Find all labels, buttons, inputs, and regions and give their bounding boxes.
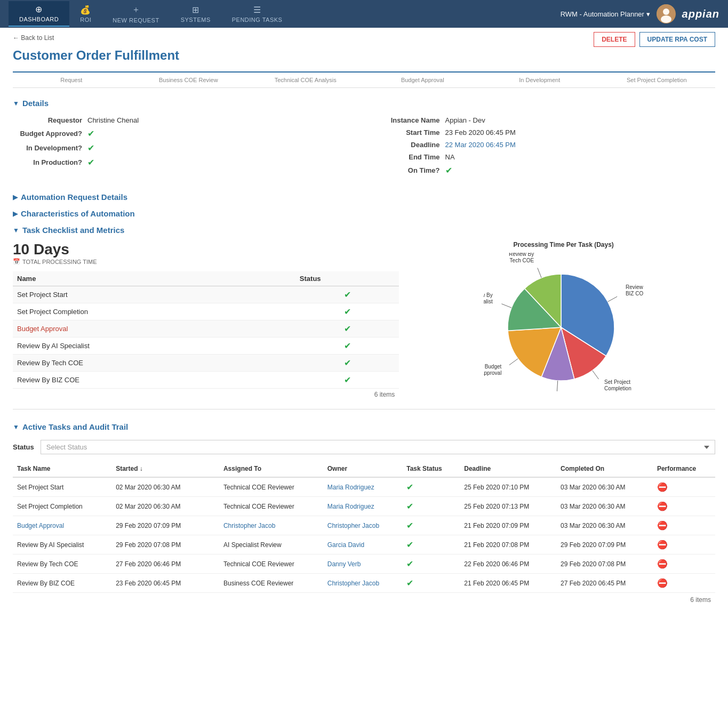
audit-completed: 29 Feb 2020 07:09 PM xyxy=(556,535,653,555)
update-rpa-cost-button[interactable]: UPDATE RPA COST xyxy=(639,32,715,47)
audit-deadline: 21 Feb 2020 07:09 PM xyxy=(460,516,556,535)
audit-owner[interactable]: Maria Rodriguez xyxy=(323,477,403,497)
audit-owner[interactable]: Danny Verb xyxy=(323,555,403,574)
step-tech-coe: Technical COE Analysis xyxy=(247,77,364,83)
page-title: Customer Order Fulfillment xyxy=(13,48,715,63)
nav-new-request-label: NEW REQUEST xyxy=(113,17,159,23)
pie-line-5 xyxy=(537,268,541,278)
detail-end-time: End Time NA xyxy=(371,153,716,161)
pie-chart: Review ByBIZ COESet ProjectCompletionSet… xyxy=(484,253,644,391)
details-arrow-icon: ▼ xyxy=(13,100,19,107)
task-row-name: Review By Tech COE xyxy=(13,355,295,372)
step-request: Request xyxy=(13,77,130,83)
avatar[interactable] xyxy=(657,4,676,23)
page-content: ← Back to List DELETE UPDATE RPA COST Cu… xyxy=(0,28,728,715)
audit-completed: 03 Mar 2020 06:30 AM xyxy=(556,516,653,535)
task-section: 10 Days 📅 TOTAL PROCESSING TIME Name Sta… xyxy=(13,241,715,400)
task-row-status: ✔ xyxy=(295,320,399,338)
audit-items-count: 6 items xyxy=(13,593,715,607)
audit-completed: 27 Feb 2020 06:45 PM xyxy=(556,574,653,593)
audit-owner[interactable]: Garcia David xyxy=(323,535,403,555)
audit-deadline: 25 Feb 2020 07:10 PM xyxy=(460,477,556,497)
pending-tasks-icon: ☰ xyxy=(253,5,261,15)
col-started[interactable]: Started ↓ xyxy=(111,461,208,477)
col-assigned-to: Assigned To xyxy=(219,461,323,477)
new-request-icon: ＋ xyxy=(132,4,141,15)
task-row: Review By BIZ COE✔ xyxy=(13,372,399,389)
audit-table: Task Name Started ↓ Assigned To Owner Ta… xyxy=(13,461,715,593)
audit-performance: ⛔ xyxy=(653,477,715,497)
detail-requestor: Requestor Christine Chenal xyxy=(13,116,358,124)
task-row-name: Budget Approval xyxy=(13,320,295,338)
nav-pending-tasks[interactable]: ☰ PENDING TASKS xyxy=(221,2,293,26)
svg-point-1 xyxy=(663,9,669,15)
nav-systems[interactable]: ⊞ SYSTEMS xyxy=(170,2,221,26)
task-row-status: ✔ xyxy=(295,372,399,389)
pie-label-4: Review ByAI Specialist xyxy=(484,292,493,304)
automation-arrow-icon: ▶ xyxy=(13,194,18,201)
delete-button[interactable]: DELETE xyxy=(594,32,635,47)
audit-started: 23 Feb 2020 06:45 PM xyxy=(111,574,208,593)
audit-row: Review By AI Specialist29 Feb 2020 07:08… xyxy=(13,535,715,555)
budget-approved-check: ✔ xyxy=(87,128,94,139)
audit-owner[interactable]: Christopher Jacob xyxy=(323,516,403,535)
characteristics-header[interactable]: ▶ Characteristics of Automation xyxy=(13,207,715,220)
audit-task-name: Review By BIZ COE xyxy=(13,574,111,593)
audit-deadline: 21 Feb 2020 06:45 PM xyxy=(460,574,556,593)
audit-assigned-to: Business COE Reviewer xyxy=(219,574,323,593)
top-navigation: ⊕ DASHBOARD 💰 ROI ＋ NEW REQUEST ⊞ SYSTEM… xyxy=(0,0,728,28)
audit-performance: ⛔ xyxy=(653,516,715,535)
audit-task-name: Review By AI Specialist xyxy=(13,535,111,555)
step-budget: Budget Approval xyxy=(364,77,482,83)
svg-point-2 xyxy=(661,15,671,23)
task-checklist-label: Task Checklist and Metrics xyxy=(22,226,124,235)
requestor-value: Christine Chenal xyxy=(87,116,139,124)
audit-deadline: 25 Feb 2020 07:13 PM xyxy=(460,497,556,516)
on-time-check: ✔ xyxy=(445,165,452,175)
audit-owner[interactable]: Christopher Jacob xyxy=(323,574,403,593)
status-filter[interactable]: Select Status xyxy=(41,440,715,454)
details-section-header[interactable]: ▼ Details xyxy=(13,97,715,110)
nav-new-request[interactable]: ＋ NEW REQUEST xyxy=(102,1,170,27)
audit-spacer xyxy=(208,535,219,555)
audit-performance: ⛔ xyxy=(653,555,715,574)
dashboard-icon: ⊕ xyxy=(35,4,43,14)
audit-row: Budget Approval29 Feb 2020 07:09 PMChris… xyxy=(13,516,715,535)
col-task-status: Task Status xyxy=(402,461,460,477)
audit-performance: ⛔ xyxy=(653,497,715,516)
audit-arrow-icon: ▼ xyxy=(13,423,19,431)
audit-task-name: Set Project Start xyxy=(13,477,111,497)
end-time-value: NA xyxy=(445,153,455,161)
nav-roi-label: ROI xyxy=(80,17,91,23)
pie-label-0: Review ByBIZ COE xyxy=(626,284,644,296)
details-right-col: Instance Name Appian - Dev Start Time 23… xyxy=(371,116,716,180)
detail-in-prod: In Production? ✔ xyxy=(13,157,358,167)
nav-dashboard-label: DASHBOARD xyxy=(19,16,59,22)
audit-spacer xyxy=(208,574,219,593)
task-row: Review By Tech COE✔ xyxy=(13,355,399,372)
details-section-label: Details xyxy=(22,99,49,108)
pie-line-4 xyxy=(501,304,511,308)
step-set-project: Set Project Completion xyxy=(598,77,716,83)
performance-icon: ⛔ xyxy=(657,559,668,568)
audit-section-header[interactable]: ▼ Active Tasks and Audit Trail xyxy=(13,420,715,433)
task-checklist-arrow-icon: ▼ xyxy=(13,227,19,234)
nav-roi[interactable]: 💰 ROI xyxy=(69,2,102,26)
col-task-name: Task Name xyxy=(13,461,111,477)
col-deadline: Deadline xyxy=(460,461,556,477)
automation-request-header[interactable]: ▶ Automation Request Details xyxy=(13,190,715,204)
pie-line-2 xyxy=(557,381,557,391)
back-link[interactable]: ← Back to List xyxy=(13,34,54,42)
performance-icon: ⛔ xyxy=(657,540,668,549)
task-checklist-header[interactable]: ▼ Task Checklist and Metrics xyxy=(13,223,715,237)
audit-assigned-to[interactable]: Christopher Jacob xyxy=(219,516,323,535)
audit-assigned-to: Technical COE Reviewer xyxy=(219,497,323,516)
progress-steps: Request Business COE Review Technical CO… xyxy=(13,71,715,88)
detail-budget-approved: Budget Approved? ✔ xyxy=(13,128,358,139)
audit-task-name[interactable]: Budget Approval xyxy=(13,516,111,535)
audit-assigned-to: Technical COE Reviewer xyxy=(219,477,323,497)
filter-row: Status Select Status xyxy=(13,440,715,454)
nav-dashboard[interactable]: ⊕ DASHBOARD xyxy=(9,1,69,27)
audit-owner[interactable]: Maria Rodriguez xyxy=(323,497,403,516)
user-dropdown[interactable]: RWM - Automation Planner ▾ xyxy=(561,10,650,18)
